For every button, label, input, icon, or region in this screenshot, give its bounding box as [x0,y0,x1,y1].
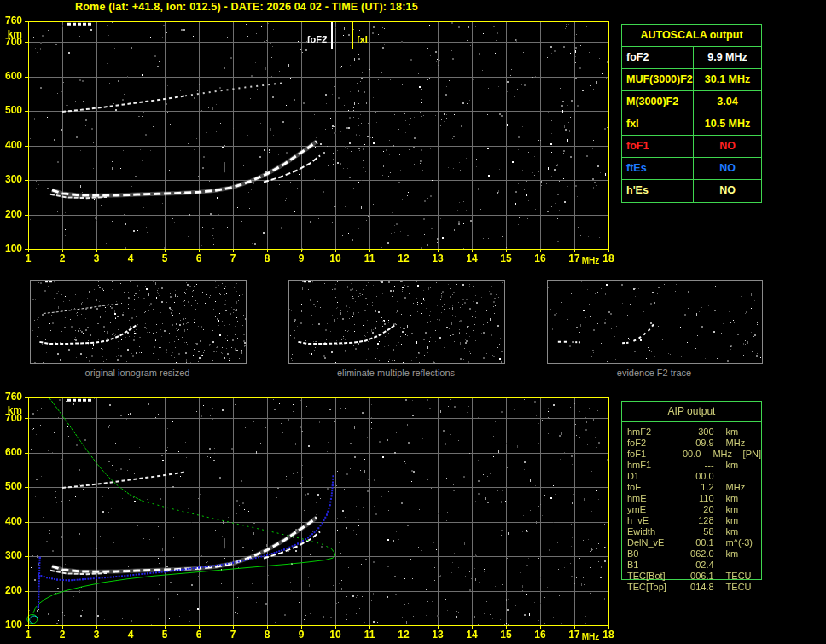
table-row: B1 02.4 [627,560,761,571]
parameter-name: DelN_vE [627,537,678,548]
aip-table-rows: hmF2 300 km foF2 09.9 MHz foF1 00.0 MHz … [622,422,761,593]
aip-table-title: AIP output [622,402,761,422]
parameter-value: 062.0 [678,548,713,560]
parameter-name: D1 [627,471,678,482]
parameter-value: 006.1 [678,571,713,582]
parameter-name: foF1 [627,449,671,460]
table-row: DelN_vE 00.1 m^(-3) [627,537,761,548]
parameter-unit: TECU [726,571,761,582]
table-row: Ewidth 58 km [627,526,761,537]
parameter-unit: km [726,504,761,515]
parameter-label: foF2 [622,47,694,68]
table-row: ymE 20 km [627,504,761,515]
table-row: B0 062.0 km [627,548,761,560]
parameter-value: 110 [678,493,713,504]
table-row: M(3000)F2 3.04 [622,91,761,113]
parameter-unit: km [726,426,761,438]
thumbnail-caption-evidence: evidence F2 trace [547,368,761,378]
parameter-name: TEC[Bot] [627,571,678,582]
parameter-unit: km [726,493,761,504]
autoscala-table-title: AUTOSCALA output [622,25,761,47]
table-row: foE 1.2 MHz [627,482,761,493]
parameter-unit: km [726,526,761,537]
table-row: hmE 110 km [627,493,761,504]
parameter-name: B1 [627,560,678,571]
parameter-value: 1.2 [678,482,713,493]
table-row: fxI 10.5 MHz [622,113,761,136]
parameter-note: [PN] [743,449,761,460]
thumbnail-evidence-f2 [547,280,763,364]
table-row: foF1 NO [622,136,761,158]
parameter-label: ftEs [622,158,694,179]
thumbnail-eliminate-canvas [289,281,504,363]
parameter-name: hmE [627,493,678,504]
parameter-value: 128 [678,515,713,526]
parameter-value: 02.4 [678,560,713,571]
autoscala-output-table: AUTOSCALA output foF2 9.9 MHz MUF(3000)F… [621,24,762,203]
parameter-value: 300 [678,426,713,438]
parameter-name: TEC[Top] [627,582,678,593]
parameter-unit: km [726,460,761,471]
parameter-value: NO [694,158,761,179]
parameter-name: foE [627,482,678,493]
parameter-value: --- [678,460,713,471]
thumbnail-eliminate-reflections [288,280,505,364]
parameter-label: foF1 [622,136,694,157]
parameter-value: 10.5 MHz [694,113,761,135]
parameter-value: 3.04 [694,91,761,113]
thumbnail-original-ionogram [30,280,247,364]
table-row: foF2 9.9 MHz [622,47,761,69]
parameter-name: B0 [627,548,678,560]
parameter-unit: MHz [726,438,761,449]
table-row: h_vE 128 km [627,515,761,526]
autoscala-app-window: { "header": { "title": "Rome (lat: +41.8… [0,0,826,644]
table-row: TEC[Top] 014.8 TECU [627,582,761,593]
parameter-value: 30.1 MHz [694,69,761,90]
parameter-value: 09.9 [678,438,713,449]
parameter-unit: km [726,515,761,526]
table-row: foF2 09.9 MHz [627,438,761,449]
parameter-value: 00.1 [678,537,713,548]
parameter-value: 20 [678,504,713,515]
parameter-value: 014.8 [678,582,713,593]
thumbnail-caption-original: original ionogram resized [30,368,245,378]
parameter-unit: m^(-3) [726,537,761,548]
thumbnail-caption-eliminate: eliminate multiple reflections [288,368,503,378]
autoscala-table-rows: foF2 9.9 MHz MUF(3000)F2 30.1 MHz M(3000… [622,47,761,202]
parameter-name: Ewidth [627,526,678,537]
parameter-value: 00.0 [671,449,701,460]
thumbnail-evidence-canvas [548,281,762,363]
parameter-unit [726,560,761,571]
table-row: h'Es NO [622,180,761,202]
parameter-value: NO [694,180,761,202]
table-row: hmF2 300 km [627,426,761,438]
parameter-label: M(3000)F2 [622,91,694,113]
parameter-value: NO [694,136,761,157]
table-row: D1 00.0 [627,471,761,482]
parameter-unit: MHz [713,449,742,460]
parameter-unit: TECU [726,582,761,593]
parameter-name: foF2 [627,438,678,449]
top-ionogram-plot [0,13,623,269]
table-row: MUF(3000)F2 30.1 MHz [622,69,761,91]
parameter-unit [726,471,761,482]
aip-output-table: AIP output hmF2 300 km foF2 09.9 MHz foF… [621,401,762,580]
table-row: ftEs NO [622,158,761,180]
parameter-name: hmF2 [627,426,678,438]
thumbnail-original-canvas [31,281,246,363]
parameter-value: 58 [678,526,713,537]
parameter-label: MUF(3000)F2 [622,69,694,90]
parameter-label: fxI [622,113,694,135]
table-row: hmF1 --- km [627,460,761,471]
parameter-label: h'Es [622,180,694,202]
page-title: Rome (lat: +41.8, lon: 012.5) - DATE: 20… [75,1,418,13]
parameter-value: 9.9 MHz [694,47,761,68]
parameter-value: 00.0 [678,471,713,482]
parameter-name: hmF1 [627,460,678,471]
parameter-name: ymE [627,504,678,515]
parameter-name: h_vE [627,515,678,526]
table-row: foF1 00.0 MHz [PN] [627,449,761,460]
parameter-unit: km [726,548,761,560]
bottom-ionogram-plot [0,388,623,644]
table-row: TEC[Bot] 006.1 TECU [627,571,761,582]
